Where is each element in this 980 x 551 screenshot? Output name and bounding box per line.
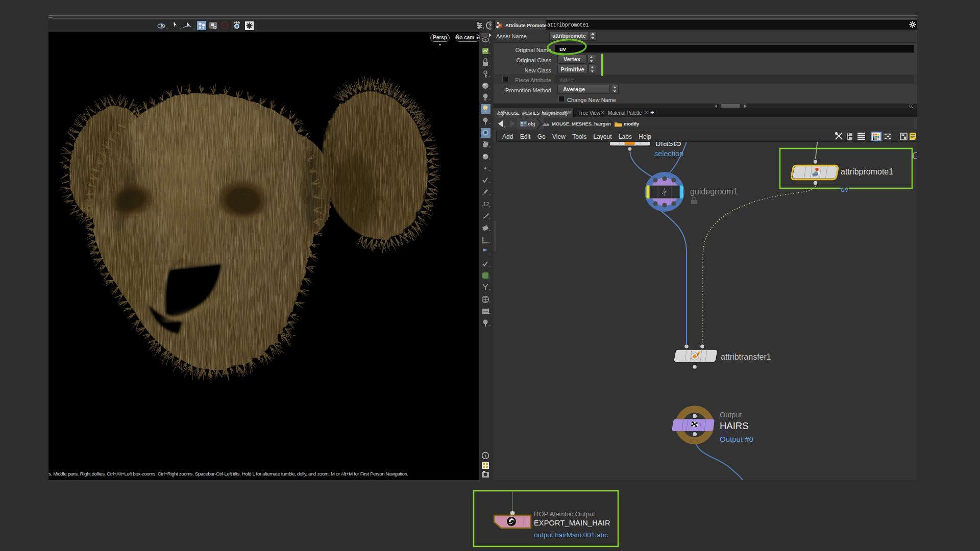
- svg-text:guidegroom1: guidegroom1: [690, 187, 738, 196]
- svg-text:Output: Output: [720, 411, 742, 419]
- svg-text:ROP Alembic Output: ROP Alembic Output: [534, 510, 595, 518]
- svg-text:uv: uv: [841, 185, 849, 193]
- svg-text:blast5: blast5: [655, 142, 681, 148]
- svg-text:selection: selection: [654, 149, 683, 158]
- svg-text:attribtransfer1: attribtransfer1: [721, 353, 771, 361]
- svg-text:.12: .12: [482, 202, 489, 207]
- svg-text:output.hairMain.001.abc: output.hairMain.001.abc: [534, 531, 608, 539]
- svg-text:Output #0: Output #0: [720, 435, 753, 443]
- svg-text:G: G: [912, 150, 917, 161]
- svg-text:attribpromote1: attribpromote1: [841, 167, 893, 176]
- svg-text:EXPORT_MAIN_HAIR: EXPORT_MAIN_HAIR: [534, 519, 610, 527]
- svg-text:HAIRS: HAIRS: [720, 420, 749, 431]
